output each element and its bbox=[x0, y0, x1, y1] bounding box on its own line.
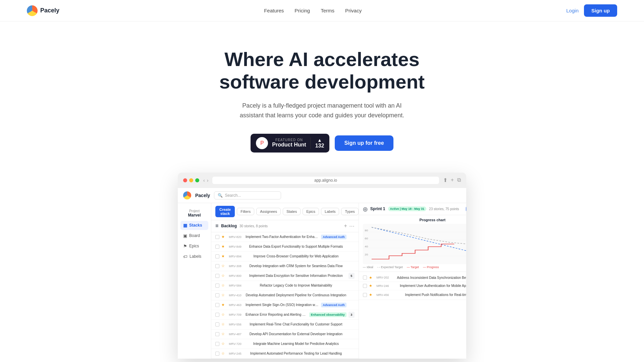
star-icon[interactable]: ★ bbox=[369, 293, 372, 297]
star-icon[interactable]: ☆ bbox=[221, 342, 225, 346]
filters-button[interactable]: Filters bbox=[237, 208, 254, 215]
table-row[interactable]: ☆ MRV-410 Develop Automated Deployment P… bbox=[211, 291, 359, 300]
story-title: Implement Push Notifications for Real-ti… bbox=[393, 293, 466, 297]
table-row[interactable]: ★ MRV-894 Improve Cross-Browser Compatib… bbox=[211, 252, 359, 261]
more-options-icon[interactable]: ⋯ bbox=[349, 223, 355, 229]
app-inner: Pacely 🔍 Search... JS Project bbox=[178, 188, 466, 359]
table-row[interactable]: ☆ MRV-487 Develop API Documentation for … bbox=[211, 329, 359, 339]
types-button[interactable]: Types bbox=[341, 208, 358, 215]
svg-text:60: 60 bbox=[365, 237, 368, 240]
hero-headline: Where AI accelerates software developmen… bbox=[191, 48, 453, 93]
logo-text: Pacely bbox=[40, 7, 59, 14]
nav-pricing[interactable]: Pricing bbox=[294, 8, 310, 13]
table-row[interactable]: ☆ MRV-709 Enhance Error Reporting and Al… bbox=[211, 310, 359, 320]
star-icon[interactable]: ☆ bbox=[221, 322, 225, 326]
story-checkbox[interactable] bbox=[363, 284, 367, 288]
dot-green bbox=[195, 178, 199, 182]
star-icon[interactable]: ★ bbox=[369, 276, 372, 280]
nav-terms[interactable]: Terms bbox=[321, 8, 334, 13]
app-search[interactable]: 🔍 Search... bbox=[214, 191, 281, 199]
star-icon[interactable]: ★ bbox=[369, 284, 372, 288]
story-id: MRV-487 bbox=[227, 333, 244, 336]
login-button[interactable]: Login bbox=[566, 8, 579, 13]
story-checkbox[interactable] bbox=[215, 322, 219, 326]
star-icon[interactable]: ★ bbox=[221, 235, 225, 239]
assignees-button[interactable]: Assignees bbox=[256, 208, 281, 215]
browser-nav-buttons: ‹ › bbox=[203, 178, 208, 183]
product-hunt-badge[interactable]: P FEATURED ON Product Hunt ▲ 132 bbox=[251, 134, 329, 153]
browser-bar: ‹ › app.aligno.io ⬆ + ⧉ bbox=[178, 173, 466, 188]
add-story-icon[interactable]: + bbox=[344, 223, 347, 229]
star-icon[interactable]: ☆ bbox=[221, 293, 225, 297]
story-checkbox[interactable] bbox=[363, 293, 367, 297]
story-title: Implement Single Sign-On (SSO) Integrati… bbox=[246, 303, 319, 307]
story-checkbox[interactable] bbox=[215, 293, 219, 297]
story-checkbox[interactable] bbox=[215, 254, 219, 258]
star-icon[interactable]: ★ bbox=[221, 254, 225, 258]
table-row[interactable]: ☆ MRV-556 Implement Real-Time Chat Funct… bbox=[211, 320, 359, 329]
story-checkbox[interactable] bbox=[215, 274, 219, 278]
table-row[interactable]: ☆ MRV-720 Integrate Machine Learning Mod… bbox=[211, 339, 359, 349]
stacks-icon: ▦ bbox=[183, 223, 187, 228]
story-title: Implement Real-Time Chat Functionality f… bbox=[246, 322, 346, 326]
nav-features[interactable]: Features bbox=[264, 8, 284, 13]
labels-button[interactable]: Labels bbox=[321, 208, 339, 215]
story-points bbox=[348, 292, 355, 298]
star-icon[interactable]: ★ bbox=[221, 303, 225, 307]
signup-free-button[interactable]: Sign up for free bbox=[335, 135, 393, 151]
story-title: Develop API Documentation for External D… bbox=[246, 332, 346, 336]
star-icon[interactable]: ☆ bbox=[221, 283, 225, 288]
sidebar-item-epics[interactable]: ⚑ Epics bbox=[180, 242, 208, 251]
nav-privacy[interactable]: Privacy bbox=[345, 8, 362, 13]
table-row[interactable]: ☆ MRV-584 Refactor Legacy Code to Improv… bbox=[211, 281, 359, 291]
sidebar-item-labels[interactable]: 🏷 Labels bbox=[180, 252, 208, 261]
story-checkbox[interactable] bbox=[215, 332, 219, 336]
story-checkbox[interactable] bbox=[215, 313, 219, 317]
table-row[interactable]: ☆ MRV-308 Develop Integration with CRM S… bbox=[211, 261, 359, 271]
backlog-column: Create stack Filters Assignees States Ep… bbox=[211, 203, 359, 359]
star-icon[interactable]: ☆ bbox=[221, 312, 225, 317]
labels-icon: 🏷 bbox=[183, 254, 187, 259]
table-row[interactable]: ★ MRV-820 Implement Two-Factor Authentic… bbox=[211, 232, 359, 242]
star-icon[interactable]: ☆ bbox=[221, 264, 225, 268]
story-title: Refactor Legacy Code to Improve Maintain… bbox=[246, 284, 346, 287]
app-topbar: Pacely 🔍 Search... JS bbox=[178, 188, 466, 203]
table-row[interactable]: ★ MRV-246 Implement User Authentication … bbox=[359, 282, 466, 290]
dot-yellow bbox=[189, 178, 193, 182]
story-checkbox[interactable] bbox=[215, 264, 219, 268]
star-icon[interactable]: ☆ bbox=[221, 351, 225, 356]
create-stack-button[interactable]: Create stack bbox=[215, 206, 235, 217]
table-row[interactable]: ★ MRV-202 Address Inconsistent Data Sync… bbox=[359, 274, 466, 282]
table-row[interactable]: ★ MRV-463 Implement Single Sign-On (SSO)… bbox=[211, 300, 359, 310]
sidebar-item-board[interactable]: ▣ Board bbox=[180, 231, 208, 240]
nav-right: Login Sign up bbox=[566, 4, 617, 17]
table-row[interactable]: ☆ MRV-245 Implement Automated Performanc… bbox=[211, 349, 359, 359]
states-button[interactable]: States bbox=[283, 208, 301, 215]
star-icon[interactable]: ☆ bbox=[221, 274, 225, 278]
table-row[interactable]: ☆ MRV-800 Implement Data Encryption for … bbox=[211, 271, 359, 281]
star-icon[interactable]: ☆ bbox=[221, 332, 225, 336]
story-checkbox[interactable] bbox=[215, 342, 219, 346]
story-checkbox[interactable] bbox=[363, 276, 367, 280]
signup-button[interactable]: Sign up bbox=[584, 4, 617, 17]
story-id: MRV-820 bbox=[227, 235, 244, 239]
story-checkbox[interactable] bbox=[215, 245, 219, 249]
story-id: MRV-463 bbox=[227, 303, 244, 307]
product-hunt-logo: P bbox=[256, 137, 268, 149]
story-checkbox[interactable] bbox=[215, 284, 219, 288]
story-id: MRV-246 bbox=[374, 284, 391, 288]
navbar: Pacely Features Pricing Terms Privacy Lo… bbox=[0, 0, 644, 21]
story-checkbox[interactable] bbox=[215, 303, 219, 307]
table-row[interactable]: ★ MRV-456 Implement Push Notifications f… bbox=[359, 290, 466, 300]
story-id: MRV-456 bbox=[374, 293, 391, 297]
story-points bbox=[348, 321, 355, 327]
story-checkbox[interactable] bbox=[215, 235, 219, 239]
logo-link[interactable]: Pacely bbox=[27, 5, 59, 16]
finish-sprint-button[interactable]: Finish sprint bbox=[466, 206, 466, 212]
sidebar-item-stacks[interactable]: ▦ Stacks bbox=[180, 221, 208, 230]
browser-dots bbox=[183, 178, 199, 182]
story-checkbox[interactable] bbox=[215, 352, 219, 356]
star-icon[interactable]: ★ bbox=[221, 244, 225, 249]
table-row[interactable]: ★ MRV-849 Enhance Data Export Functional… bbox=[211, 242, 359, 252]
epics-button[interactable]: Epics bbox=[303, 208, 319, 215]
